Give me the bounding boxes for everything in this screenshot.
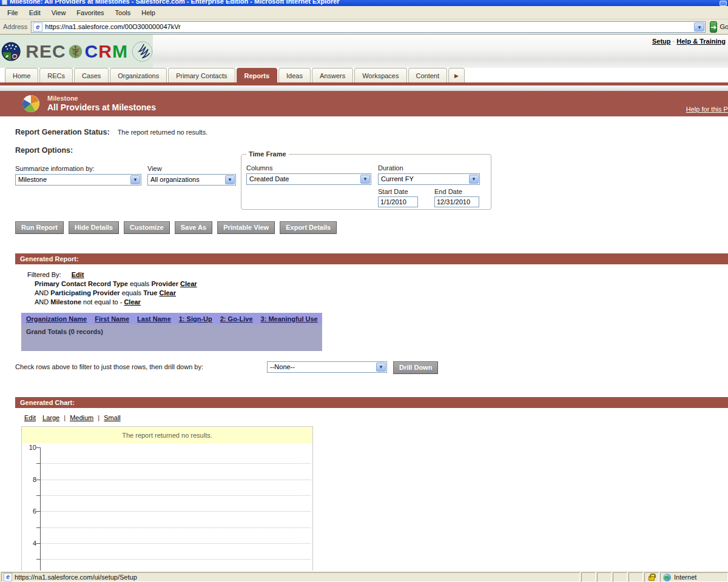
lock-icon: [649, 576, 655, 581]
report-toolbar: Run Report Hide Details Customize Save A…: [15, 221, 340, 234]
go-button[interactable]: ➔: [710, 21, 717, 33]
column-last-name[interactable]: Last Name: [137, 315, 171, 323]
export-details-button[interactable]: Export Details: [280, 221, 337, 234]
chevron-down-icon[interactable]: ▼: [469, 175, 479, 184]
tab-primary-contacts[interactable]: Primary Contacts: [168, 68, 235, 82]
window-icon: [2, 0, 7, 5]
hhs-seal-icon: [132, 36, 153, 67]
column-meaningful-use[interactable]: 3: Meaningful Use: [261, 315, 318, 323]
menu-file[interactable]: File: [2, 7, 24, 18]
column-organization-name[interactable]: Organization Name: [26, 315, 87, 323]
report-pie-icon: [22, 95, 40, 113]
top-links: Setup · Help & Training: [652, 38, 726, 45]
filtered-by-label: Filtered By:: [27, 271, 61, 278]
chart-edit-link[interactable]: Edit: [24, 414, 36, 421]
filter-clear-link[interactable]: Clear: [180, 280, 197, 287]
page-title: All Providers at Milestones: [47, 102, 156, 112]
chart-size-medium-link[interactable]: Medium: [70, 414, 93, 421]
header-gap-strip: [0, 85, 728, 91]
tab-recs[interactable]: RECs: [39, 68, 73, 82]
report-options-heading: Report Options:: [15, 146, 73, 155]
tab-bar: Home RECs Cases Organizations Primary Co…: [0, 68, 728, 82]
column-first-name[interactable]: First Name: [95, 315, 129, 323]
tab-workspaces[interactable]: Workspaces: [354, 68, 406, 82]
printable-view-button[interactable]: Printable View: [217, 221, 275, 234]
banner-category: Milestone: [47, 95, 78, 102]
help-for-page-link[interactable]: Help for this Pa: [686, 105, 728, 113]
address-bar: Address e https://na1.salesforce.com/00O…: [0, 19, 728, 35]
end-date-field[interactable]: [434, 196, 479, 207]
status-pane: [613, 572, 627, 582]
customize-button[interactable]: Customize: [124, 221, 170, 234]
caduceus-icon: [69, 41, 83, 62]
help-training-link[interactable]: Help & Training: [676, 38, 726, 45]
hide-details-button[interactable]: Hide Details: [69, 221, 119, 234]
menu-favorites[interactable]: Favorites: [71, 7, 109, 18]
program-seal-icon: [1, 37, 21, 66]
drill-down-button[interactable]: Drill Down: [393, 361, 438, 374]
summarize-by-label: Summarize information by:: [15, 165, 95, 172]
columns-select[interactable]: Created Date▼: [246, 173, 371, 185]
filter-row: AND Milestone not equal to - Clear: [35, 298, 197, 307]
address-input[interactable]: e https://na1.salesforce.com/00O30000004…: [31, 21, 706, 33]
status-url-pane: e https://na1.salesforce.com/ui/setup/Se…: [1, 572, 580, 582]
rec-logo-text: REC: [25, 41, 66, 62]
status-security-pane: [644, 572, 659, 582]
drill-down-select[interactable]: --None--▼: [267, 361, 387, 373]
start-date-field[interactable]: [378, 196, 418, 207]
report-table: Organization Name First Name Last Name 1…: [21, 313, 322, 351]
chart-size-small-link[interactable]: Small: [104, 414, 121, 421]
menu-bar: File Edit View Favorites Tools Help: [0, 6, 728, 19]
address-dropdown-icon[interactable]: ▼: [694, 22, 704, 32]
chevron-down-icon[interactable]: ▼: [376, 363, 386, 372]
tabs-more-arrow-icon[interactable]: ▶: [448, 68, 465, 82]
address-url-text: https://na1.salesforce.com/00O300000047k…: [32, 23, 180, 30]
status-bar: e https://na1.salesforce.com/ui/setup/Se…: [0, 570, 728, 582]
report-generation-status: Report Generation Status: The report ret…: [15, 128, 207, 136]
filter-clear-link[interactable]: Clear: [159, 289, 176, 296]
tab-home[interactable]: Home: [5, 68, 38, 82]
window-control-button[interactable]: [720, 1, 727, 6]
menu-edit[interactable]: Edit: [24, 7, 46, 18]
chevron-down-icon[interactable]: ▼: [225, 175, 235, 184]
tab-content[interactable]: Content: [408, 68, 448, 82]
status-url-text: https://na1.salesforce.com/ui/setup/Setu…: [15, 574, 137, 581]
menu-tools[interactable]: Tools: [110, 7, 136, 18]
time-frame-legend: Time Frame: [246, 150, 289, 158]
column-sign-up[interactable]: 1: Sign-Up: [179, 315, 212, 323]
go-button-label[interactable]: Go: [720, 23, 728, 30]
tab-reports[interactable]: Reports: [237, 68, 278, 82]
report-status-label: Report Generation Status:: [15, 128, 110, 136]
tab-organizations[interactable]: Organizations: [110, 68, 167, 82]
summarize-by-select[interactable]: Milestone▼: [15, 174, 141, 186]
duration-select[interactable]: Current FY▼: [378, 173, 480, 185]
menu-view[interactable]: View: [46, 7, 72, 18]
filter-row: AND Participating Provider equals True C…: [35, 289, 197, 298]
setup-link[interactable]: Setup: [652, 38, 671, 45]
drill-down-text: Check rows above to filter to just those…: [15, 363, 203, 370]
filter-clear-link[interactable]: Clear: [124, 298, 141, 306]
filter-edit-link[interactable]: Edit: [72, 271, 84, 278]
menu-help[interactable]: Help: [136, 7, 161, 18]
internet-zone-icon: [663, 574, 671, 581]
y-axis-label: 10: [22, 444, 36, 452]
status-pane: [629, 572, 643, 582]
run-report-button[interactable]: Run Report: [15, 221, 64, 234]
tab-ideas[interactable]: Ideas: [278, 68, 311, 82]
tab-answers[interactable]: Answers: [312, 68, 353, 82]
tab-cases[interactable]: Cases: [74, 68, 109, 82]
chevron-down-icon[interactable]: ▼: [130, 175, 140, 184]
end-date-label: End Date: [434, 188, 462, 195]
ie-page-icon: e: [33, 22, 42, 32]
chevron-down-icon[interactable]: ▼: [360, 175, 370, 184]
y-axis-label: 8: [22, 476, 36, 484]
status-pane: [597, 572, 612, 582]
crm-logo-text: CRM: [85, 41, 128, 62]
generated-report-heading: Generated Report:: [15, 253, 728, 264]
column-go-live[interactable]: 2: Go-Live: [220, 315, 253, 323]
chart-size-large-link[interactable]: Large: [42, 414, 59, 421]
view-select[interactable]: All organizations▼: [147, 174, 236, 186]
columns-label: Columns: [246, 164, 272, 172]
save-as-button[interactable]: Save As: [175, 221, 212, 234]
top-links-separator: ·: [673, 38, 675, 45]
